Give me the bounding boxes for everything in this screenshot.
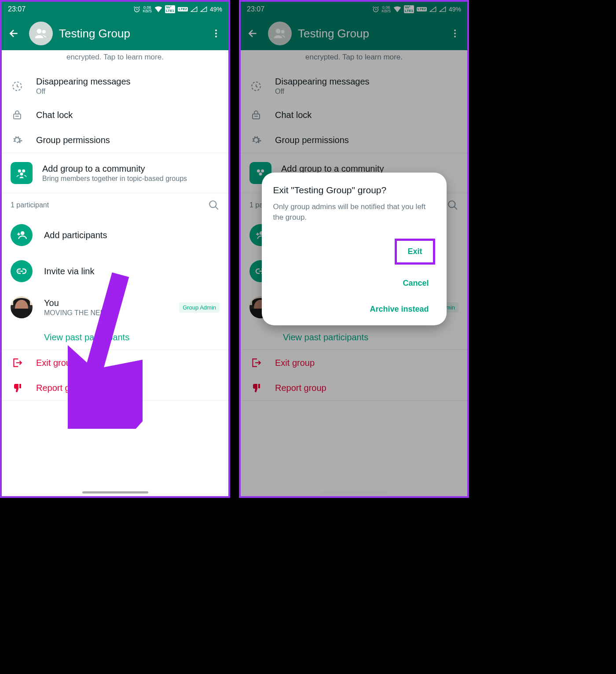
phone-left: 23:07 0.06KB/S Vo¹LTE1 LTE2 49% Testing … <box>0 0 230 498</box>
add-to-community-row[interactable]: Add group to a community Bring members t… <box>2 153 228 193</box>
content: encrypted. Tap to learn more. Disappeari… <box>2 50 228 401</box>
svg-point-9 <box>22 169 25 173</box>
thumbs-down-icon <box>12 383 22 393</box>
svg-point-3 <box>215 29 217 31</box>
permissions-title: Group permissions <box>36 135 220 145</box>
disappearing-messages-row[interactable]: Disappearing messages Off <box>2 70 228 103</box>
member-row[interactable]: You MOVING THE NEEDLE Group Admin <box>2 289 228 325</box>
timer-icon <box>11 81 23 92</box>
member-status: MOVING THE NEEDLE <box>44 309 168 317</box>
admin-badge: Group Admin <box>179 302 220 313</box>
svg-point-11 <box>209 201 216 207</box>
report-group-label: Report group <box>36 383 220 393</box>
svg-point-2 <box>42 30 46 33</box>
community-icon <box>11 162 33 184</box>
group-title[interactable]: Testing Group <box>59 27 201 41</box>
clock: 23:07 <box>8 5 26 13</box>
svg-point-10 <box>20 173 23 176</box>
lte1-badge: Vo¹LTE1 <box>165 5 175 13</box>
disappearing-sub: Off <box>36 88 220 96</box>
view-past-label: View past participants <box>44 332 129 343</box>
status-bar: 23:07 0.06KB/S Vo¹LTE1 LTE2 49% <box>2 2 228 17</box>
svg-point-5 <box>215 36 217 37</box>
member-name: You <box>44 298 168 308</box>
exit-icon <box>11 357 23 368</box>
participants-section-header: 1 participant <box>2 193 228 217</box>
search-icon[interactable] <box>208 199 220 211</box>
battery-text: 49% <box>210 6 222 13</box>
group-avatar[interactable] <box>29 22 53 45</box>
svg-point-1 <box>37 29 42 33</box>
data-speed: 0.06KB/S <box>143 6 152 13</box>
group-icon <box>34 26 48 41</box>
link-icon <box>16 266 27 276</box>
nav-handle <box>321 491 387 494</box>
more-vert-icon <box>211 28 221 39</box>
app-bar: Testing Group <box>2 17 228 50</box>
exit-group-label: Exit group <box>36 358 220 368</box>
lte2-badge: LTE2 <box>178 7 188 11</box>
add-participants-row[interactable]: Add participants <box>2 217 228 253</box>
participants-count: 1 participant <box>11 201 49 209</box>
signal1-icon <box>191 6 198 12</box>
alarm-icon <box>133 6 140 13</box>
svg-point-4 <box>215 33 217 34</box>
link-icon-circle <box>11 260 33 282</box>
arrow-left-icon <box>8 28 20 39</box>
status-icons: 0.06KB/S Vo¹LTE1 LTE2 49% <box>133 5 222 13</box>
report-group-row[interactable]: Report group <box>2 376 228 400</box>
nav-handle <box>82 491 148 494</box>
lock-icon <box>12 110 22 120</box>
group-permissions-row[interactable]: Group permissions <box>2 127 228 153</box>
svg-point-8 <box>18 169 21 173</box>
member-avatar <box>11 296 33 318</box>
invite-link-label: Invite via link <box>44 266 95 276</box>
exit-dialog: Exit "Testing Group" group? Only group a… <box>262 173 447 325</box>
disappearing-title: Disappearing messages <box>36 77 220 87</box>
dialog-archive-button[interactable]: Archive instead <box>363 302 435 317</box>
gear-icon <box>11 134 23 146</box>
dialog-body: Only group admins will be notified that … <box>273 202 435 223</box>
back-button[interactable] <box>5 25 23 42</box>
invite-link-row[interactable]: Invite via link <box>2 253 228 289</box>
overflow-button[interactable] <box>207 25 225 42</box>
encryption-notice[interactable]: encrypted. Tap to learn more. <box>2 50 228 70</box>
community-sub: Bring members together in topic-based gr… <box>42 175 220 183</box>
chatlock-title: Chat lock <box>36 110 220 120</box>
chat-lock-row[interactable]: Chat lock <box>2 103 228 127</box>
wifi-icon <box>154 6 162 12</box>
phone-right: 23:07 0.06KB/S Vo¹LTE1 LTE2 49% Testing … <box>239 0 469 498</box>
signal2-icon <box>200 6 207 12</box>
exit-group-row[interactable]: Exit group <box>2 350 228 376</box>
svg-point-12 <box>21 231 25 235</box>
view-past-row[interactable]: View past participants <box>2 325 228 350</box>
dialog-title: Exit "Testing Group" group? <box>273 185 435 195</box>
dialog-exit-button[interactable]: Exit <box>401 244 428 259</box>
dialog-cancel-button[interactable]: Cancel <box>396 276 435 291</box>
add-participants-label: Add participants <box>44 230 107 240</box>
exit-highlight: Exit <box>395 239 435 265</box>
dialog-scrim[interactable]: Exit "Testing Group" group? Only group a… <box>241 2 467 496</box>
add-person-icon <box>11 224 33 246</box>
community-title: Add group to a community <box>42 164 220 174</box>
